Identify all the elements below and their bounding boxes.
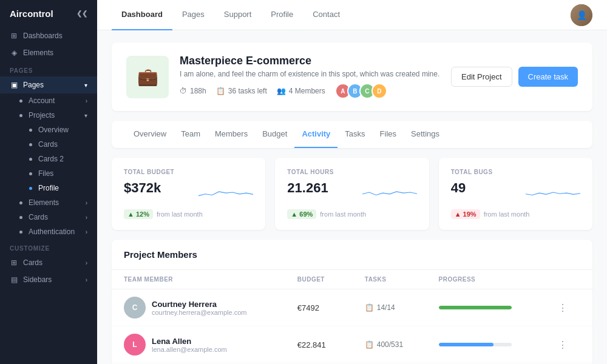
topnav-item-dashboard[interactable]: Dashboard [112,0,172,30]
subnav-item-members[interactable]: Members [208,121,255,148]
members-icon: 👥 [277,87,286,95]
cards3-arrow-icon: › [86,214,87,221]
sidebar-item-cards[interactable]: Cards [0,137,97,152]
subnav-item-budget[interactable]: Budget [255,121,294,148]
stat-sub-budget: from last month [157,211,203,218]
members-section: Project Members TEAM MEMBER BUDGET TASKS… [112,240,592,364]
topnav-item-support[interactable]: Support [214,0,262,30]
stat-chart-bugs [526,180,580,204]
project-actions: Edit Project Create task [451,67,578,87]
members-section-title: Project Members [112,240,592,270]
clock-icon: ⏱ [180,87,187,95]
sidebars-icon: ▤ [10,275,18,284]
sidebar-item-label: Profile [38,184,59,192]
sidebar-item-elements2[interactable]: Elements › [0,195,97,210]
subnav-item-overview[interactable]: Overview [126,121,174,148]
stat-badge-hours: ▲ 69% [287,209,316,219]
sidebar-item-overview[interactable]: Overview [0,123,97,137]
stat-chart-budget [198,180,253,204]
sidebar-item-cards3[interactable]: Cards › [0,210,97,224]
sidebar-item-label: Overview [38,126,69,134]
pages-arrow-icon: ▾ [84,82,87,89]
sidebar-item-label: Cards [38,140,58,149]
pages-icon: ▣ [10,81,18,89]
create-task-button[interactable]: Create task [518,67,578,87]
avatar-image: 👤 [571,4,592,26]
stats-row: TOTAL BUDGET $372k ▲ 12% from last month… [112,158,592,230]
sidebar-item-pages[interactable]: ▣ Pages ▾ [0,76,97,93]
col-actions [541,270,592,289]
user-avatar[interactable]: 👤 [571,4,592,26]
sidebar-item-label: Sidebars [23,275,52,284]
project-member-avatars: A B C D [335,83,387,99]
sidebar-item-label: Cards [29,213,48,221]
customize-section-label: CUSTOMIZE [0,239,97,254]
sidebar-item-cards-cust[interactable]: ⊞ Cards › [0,254,97,271]
cards3-dot [19,216,22,219]
sidebar-item-sidebars[interactable]: ▤ Sidebars › [0,271,97,288]
auth-arrow-icon: › [86,229,87,235]
project-tasks-left: 📋 36 tasks left [216,87,267,95]
sidebar-item-dashboards[interactable]: ⊞ Dashboards [0,27,97,44]
sidebar-item-label: Cards 2 [38,155,64,163]
files-dot [29,172,32,175]
member-avatar: C [124,297,146,318]
sidebar-item-cards2[interactable]: Cards 2 [0,152,97,166]
member-info: L Lena Allen lena.allen@example.com [124,334,273,356]
account-dot [19,99,22,103]
edit-project-button[interactable]: Edit Project [451,67,512,87]
subnav-item-tasks[interactable]: Tasks [337,121,372,148]
col-budget: BUDGET [285,270,353,289]
project-meta: ⏱ 188h 📋 36 tasks left 👥 4 Members A B [180,83,451,99]
progress-bar-fill [439,343,493,346]
sidebar-item-label: Pages [23,81,44,89]
topnav-item-contact[interactable]: Contact [303,0,350,30]
member-budget: €7492 [285,289,353,326]
stat-card-budget: TOTAL BUDGET $372k ▲ 12% from last month [112,158,265,230]
sidebar-item-label: Account [29,96,55,105]
subnav-item-team[interactable]: Team [174,121,208,148]
topnav-items: Dashboard Pages Support Profile Contact [112,0,571,30]
col-progress: PROGRESS [427,270,541,289]
stat-value-hours: 21.261 [287,180,328,196]
col-tasks: TASKS [353,270,427,289]
progress-bar-fill [439,306,512,309]
stat-label-hours: TOTAL HOURS [287,169,416,175]
subnav-item-activity[interactable]: Activity [294,121,337,148]
sidebar-item-profile[interactable]: Profile [0,181,97,195]
member-more-button[interactable]: ⋮ [553,300,580,316]
member-email: courtney.herrera@example.com [152,309,246,316]
top-navigation: Dashboard Pages Support Profile Contact … [97,0,607,30]
stat-value-budget: $372k [124,180,161,196]
projects-arrow-icon: ▾ [84,112,87,119]
sidebar-item-files[interactable]: Files [0,166,97,181]
project-hours: ⏱ 188h [180,87,206,95]
stat-card-hours: TOTAL HOURS 21.261 ▲ 69% from last month [275,158,429,230]
topnav-item-pages[interactable]: Pages [172,0,214,30]
cards-dot [29,143,32,146]
subnav-item-settings[interactable]: Settings [404,121,447,148]
member-tasks: 📋 400/531 [365,340,415,349]
sidebar-item-label: Files [38,169,53,178]
sidebar-item-account[interactable]: Account › [0,93,97,108]
main-content: Dashboard Pages Support Profile Contact … [97,0,607,364]
sidebar: Aircontrol ❮❮ ⊞ Dashboards ◈ Elements PA… [0,0,97,364]
stat-sub-hours: from last month [320,211,366,218]
sidebar-item-projects[interactable]: Projects ▾ [0,108,97,123]
subnav-item-files[interactable]: Files [373,121,404,148]
topnav-item-profile[interactable]: Profile [261,0,303,30]
auth-dot [19,231,22,234]
sidebar-item-label: Projects [29,111,55,120]
col-team-member: TEAM MEMBER [112,270,285,289]
stat-badge-budget: ▲ 12% [124,209,153,219]
sidebar-collapse-button[interactable]: ❮❮ [76,10,87,18]
projects-dot [19,114,22,117]
pages-section-label: PAGES [0,61,97,76]
member-avatar: L [124,334,146,356]
stat-footer-bugs: ▲ 19% from last month [451,209,580,219]
sidebar-item-elements[interactable]: ◈ Elements [0,44,97,61]
task-icon: 📋 [365,340,374,349]
member-more-button[interactable]: ⋮ [553,337,580,353]
sidebar-item-authentication[interactable]: Authentication › [0,224,97,239]
project-icon-box: 💼 [126,56,169,98]
